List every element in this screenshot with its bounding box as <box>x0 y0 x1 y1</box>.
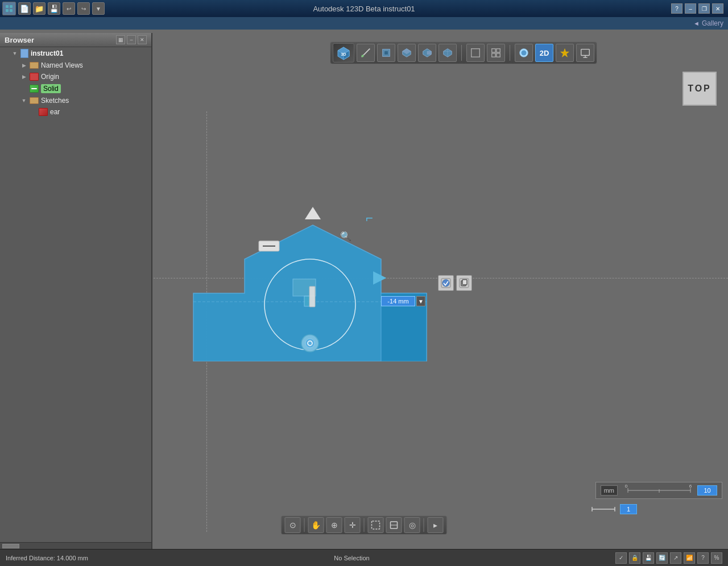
svg-rect-3 <box>10 9 13 12</box>
status-lock[interactable]: 🔒 <box>629 552 640 564</box>
fit-btn[interactable]: ✛ <box>345 517 361 533</box>
corner-handle[interactable]: ⌐ <box>366 211 373 226</box>
orbit-btn[interactable]: ⊙ <box>285 517 301 533</box>
svg-rect-56 <box>372 521 380 529</box>
side-view-btn[interactable] <box>418 44 436 62</box>
svg-rect-27 <box>581 49 590 56</box>
browser-min-btn[interactable]: – <box>127 35 136 44</box>
browser-close-btn[interactable]: ✕ <box>138 35 147 44</box>
app-icon[interactable] <box>2 2 16 15</box>
btm-sep2 <box>364 518 365 532</box>
single-view-btn[interactable] <box>466 44 485 62</box>
tree-ear[interactable]: ear <box>0 106 151 118</box>
move-up-handle[interactable] <box>305 207 321 219</box>
sketch-btn[interactable] <box>357 44 375 62</box>
scroll-thumb[interactable] <box>2 544 19 548</box>
svg-rect-46 <box>462 280 467 285</box>
star-btn[interactable] <box>556 44 574 62</box>
restore-btn[interactable]: ❐ <box>698 3 710 14</box>
browser-grid-btn[interactable]: ▦ <box>116 35 125 44</box>
tree-origin[interactable]: ▶ Origin <box>0 71 151 82</box>
svg-point-43 <box>442 280 449 286</box>
more-btn[interactable]: ▼ <box>92 2 105 15</box>
origin-arrow[interactable]: ▶ <box>20 73 27 80</box>
browser-title-bar: Browser ▦ – ✕ <box>0 33 151 47</box>
more-tools-btn[interactable]: ▸ <box>428 517 444 533</box>
status-share[interactable]: ↗ <box>670 552 681 564</box>
measure-input[interactable]: -14 mm <box>381 296 415 306</box>
save-btn[interactable]: 💾 <box>48 2 60 15</box>
svg-rect-35 <box>304 296 315 306</box>
titlebar: 📄 📁 💾 ↩ ↪ ▼ Autodesk 123D Beta instruct0… <box>0 0 728 17</box>
top-view-btn[interactable] <box>398 44 416 62</box>
tree-solid[interactable]: Solid <box>0 82 151 95</box>
2d-btn[interactable]: 2D <box>535 44 553 62</box>
browser-scrollbar[interactable] <box>0 542 151 549</box>
v-center-line <box>206 111 207 532</box>
status-sync[interactable]: 🔄 <box>656 552 668 564</box>
btm-sep3 <box>424 518 424 532</box>
minimize-btn[interactable]: – <box>685 3 696 14</box>
help-btn[interactable]: ? <box>671 3 682 14</box>
open-btn[interactable]: 📁 <box>33 2 46 15</box>
named-views-arrow[interactable]: ▶ <box>20 62 27 69</box>
svg-point-40 <box>305 339 315 348</box>
redo-btn[interactable]: ↪ <box>77 2 90 15</box>
move-right-handle[interactable]: ▶ <box>373 269 386 285</box>
solid-label: Solid <box>41 84 61 93</box>
statusbar: Inferred Distance: 14.000 mm No Selectio… <box>0 549 728 566</box>
svg-rect-20 <box>492 49 495 52</box>
measure-dropdown[interactable]: ▼ <box>416 296 425 306</box>
origin-icon <box>30 73 39 81</box>
iso-view-btn[interactable] <box>439 44 457 62</box>
look-at-btn[interactable]: ◎ <box>404 517 420 533</box>
view-cube-tool[interactable]: 3D <box>333 43 354 63</box>
accept-btn[interactable] <box>438 275 454 291</box>
status-signal[interactable]: 📶 <box>684 552 695 564</box>
front-view-btn[interactable] <box>377 44 395 62</box>
solid-icon <box>30 85 39 93</box>
display-btn[interactable] <box>576 44 594 62</box>
select-box-btn[interactable] <box>368 517 384 533</box>
status-check[interactable]: ✓ <box>615 552 627 564</box>
svg-point-25 <box>521 50 526 55</box>
sketches-label: Sketches <box>41 97 69 105</box>
svg-rect-22 <box>492 53 495 57</box>
sketches-arrow[interactable]: ▼ <box>20 97 27 104</box>
tree-named-views[interactable]: ▶ Named Views <box>0 60 151 71</box>
undo-btn[interactable]: ↩ <box>63 2 75 15</box>
gallery-label[interactable]: Gallery <box>702 19 723 27</box>
action-buttons <box>438 275 472 291</box>
svg-rect-32 <box>293 279 316 296</box>
root-icon <box>20 49 28 58</box>
root-arrow[interactable]: ▼ <box>11 50 18 57</box>
tree-sketches[interactable]: ▼ Sketches <box>0 95 151 106</box>
gallery-arrow[interactable]: ◄ <box>693 20 700 27</box>
zoom-btn[interactable]: ⊕ <box>326 517 342 533</box>
ear-label: ear <box>50 108 60 116</box>
shade-btn[interactable] <box>515 44 533 62</box>
tree-root[interactable]: ▼ instruct01 <box>0 47 151 60</box>
svg-text:0: 0 <box>625 485 628 489</box>
pan-btn[interactable]: ✋ <box>308 517 324 533</box>
btm-sep1 <box>304 518 305 532</box>
view-label: TOP <box>688 84 712 94</box>
close-btn[interactable]: ✕ <box>712 3 723 14</box>
status-save[interactable]: 💾 <box>643 552 654 564</box>
status-right: ✓ 🔒 💾 🔄 ↗ 📶 ? % <box>615 552 722 564</box>
status-percent[interactable]: % <box>711 552 722 564</box>
svg-rect-36 <box>259 241 279 251</box>
scale-value: 1 <box>620 504 637 514</box>
ruler-ticks: 0 6 <box>622 485 696 496</box>
quad-view-btn[interactable] <box>487 44 505 62</box>
copy-btn[interactable] <box>456 275 472 291</box>
scale-bar <box>589 503 618 515</box>
gallery-bar: ◄ Gallery <box>0 17 728 30</box>
scale-container: 1 <box>589 503 637 515</box>
svg-rect-0 <box>6 5 9 8</box>
zoom-handle[interactable]: 🔍 <box>340 231 351 242</box>
svg-point-41 <box>308 341 312 346</box>
move-face-btn[interactable] <box>386 517 402 533</box>
new-btn[interactable]: 📄 <box>18 2 31 15</box>
status-help[interactable]: ? <box>697 552 709 564</box>
